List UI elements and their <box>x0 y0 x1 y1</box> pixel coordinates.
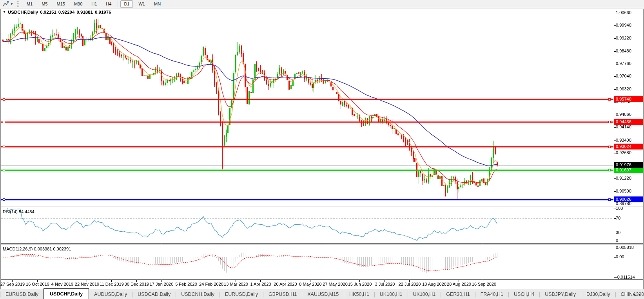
tab-audusd,daily[interactable]: AUDUSD,Daily <box>89 290 132 299</box>
level-price-label: 0.95740 <box>614 96 643 102</box>
current-price-label: 0.91976 <box>614 162 643 168</box>
chart-symbol-label: USDCHF,Daily <box>8 10 38 14</box>
price-axis-tick: 0.91220 <box>616 176 631 180</box>
timeframe-button-m30[interactable]: M30 <box>71 0 86 8</box>
level-price-label: 0.94436 <box>614 119 643 125</box>
rsi-axis-tick: 70 <box>616 216 620 220</box>
timeframe-button-w1[interactable]: W1 <box>135 0 149 8</box>
macd-label: MACD(12,26,9) 0.003381 0.002391 <box>3 247 71 251</box>
ohlc-close: 0.91976 <box>95 10 111 14</box>
price-axis-tick: 0.94860 <box>616 112 631 117</box>
chart-title: ▼ USDCHF,Daily 0.92151 0.92204 0.91881 0… <box>3 10 111 14</box>
price-axis-tick: 0.98480 <box>616 49 631 53</box>
tab-usoil,h4[interactable]: USOil,H4 <box>509 290 539 299</box>
tab-eurusd,daily[interactable]: EURUSD,Daily <box>220 290 263 299</box>
timeframe-button-m1[interactable]: M1 <box>23 0 36 8</box>
price-axis-tick: 0.94140 <box>616 124 631 129</box>
symbol-tabs: EURUSD,DailyUSDCHF,DailyAUDUSD,DailyUSDC… <box>0 290 644 299</box>
tab-uk100,h1[interactable]: UK100,H1 <box>375 290 408 299</box>
tab-ger30,h1[interactable]: GER30,H1 <box>441 290 475 299</box>
timeframe-button-m5[interactable]: M5 <box>38 0 51 8</box>
macd-axis-tick: -0.011514 <box>616 275 635 279</box>
timeframe-button-d1[interactable]: D1 <box>120 0 133 8</box>
tab-dj30,daily[interactable]: DJ30,Daily <box>581 290 615 299</box>
mt4-terminal: ▼ M1M5M15M30H1H4D1W1MN ▼ USDCHF,Daily 0.… <box>0 0 644 299</box>
level-price-label: 0.93024 <box>614 144 643 150</box>
rsi-label: RSI(14) 54.4454 <box>3 209 34 214</box>
price-axis-tick: 0.99940 <box>616 23 631 27</box>
tab-scroll-right-icon[interactable]: ▸ <box>639 292 641 297</box>
price-axis-tick: 0.99220 <box>616 36 631 40</box>
rsi-axis-tick: 100 <box>616 206 623 211</box>
symbol-tab-bar: EURUSD,DailyUSDCHF,DailyAUDUSD,DailyUSDC… <box>0 290 644 299</box>
tab-scroll-left-icon[interactable]: ◂ <box>633 292 635 297</box>
tab-uk100,h1[interactable]: UK100,H1 <box>408 290 441 299</box>
tab-hk50,h1[interactable]: HK50,H1 <box>344 290 374 299</box>
tab-usdjpy,daily[interactable]: USDJPY,Daily <box>540 290 581 299</box>
level-price-label: 0.91697 <box>614 167 643 173</box>
price-chart-canvas[interactable] <box>0 0 644 299</box>
price-axis-tick: 0.93400 <box>616 138 631 142</box>
ohlc-low: 0.91881 <box>76 10 93 14</box>
tab-usdcad,daily[interactable]: USDCAD,Daily <box>132 290 176 299</box>
tab-usdcnh,daily[interactable]: USDCNH,Daily <box>176 290 220 299</box>
price-axis-tick: 1.00660 <box>616 10 631 15</box>
rsi-axis-tick: 30 <box>616 230 620 235</box>
ohlc-high: 0.92204 <box>58 10 75 14</box>
draw-tool-icon[interactable] <box>2 1 9 7</box>
level-price-label: 0.90026 <box>614 196 643 202</box>
tab-gbpusd,h1[interactable]: GBPUSD,H1 <box>263 290 302 299</box>
tab-fra40,h1[interactable]: FRA40,H1 <box>475 290 508 299</box>
timeframe-button-m15[interactable]: M15 <box>53 0 68 8</box>
price-axis-tick: 0.92680 <box>616 150 631 155</box>
price-axis-tick: 0.97760 <box>616 61 631 66</box>
date-axis-label: 16 Sep 2020 <box>469 282 499 286</box>
tab-active-usdchf,daily[interactable]: USDCHF,Daily <box>44 288 89 299</box>
timeframe-buttons: M1M5M15M30H1H4D1W1MN <box>23 0 166 8</box>
price-axis-tick: 0.96320 <box>616 86 631 91</box>
price-axis-tick: 0.90500 <box>616 189 631 193</box>
toolbar-separator <box>118 1 118 7</box>
price-axis-tick: 0.97040 <box>616 74 631 78</box>
ohlc-open: 0.92151 <box>40 10 56 14</box>
macd-axis-tick: 0.005818 <box>616 245 634 250</box>
timeframe-button-h1[interactable]: H1 <box>88 0 100 8</box>
chevron-down-icon[interactable]: ▼ <box>10 2 13 6</box>
timeframe-toolbar: ▼ M1M5M15M30H1H4D1W1MN <box>0 0 644 8</box>
timeframe-button-h4[interactable]: H4 <box>102 0 115 8</box>
timeframe-button-mn[interactable]: MN <box>151 0 164 8</box>
rsi-axis-tick: 0 <box>616 238 618 243</box>
toolbar-grip[interactable] <box>17 1 19 7</box>
tab-eurusd,daily[interactable]: EURUSD,Daily <box>0 290 44 299</box>
tab-xauusd,m15[interactable]: XAUUSD,M15 <box>302 290 344 299</box>
macd-axis-tick: 0.00 <box>616 254 624 259</box>
collapse-triangle-icon[interactable]: ▼ <box>3 10 6 14</box>
